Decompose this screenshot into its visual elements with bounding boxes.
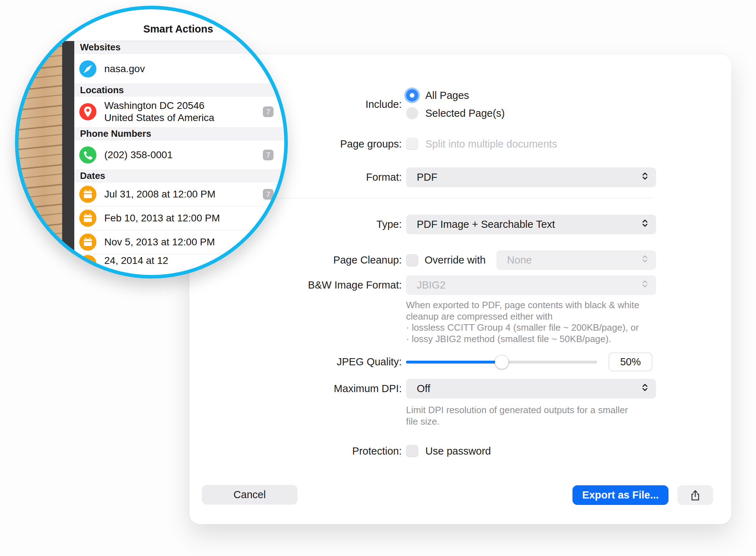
count-badge: 7 [263,106,274,117]
use-password-option[interactable]: Use password [406,445,656,457]
chevron-up-down-icon [640,171,650,183]
calendar-icon [79,255,96,272]
jpeg-quality-label: JPEG Quality: [200,356,402,368]
chevron-up-down-icon [640,279,650,291]
split-documents-label: Split into multiple documents [425,138,557,150]
bw-image-format-value: JBIG2 [417,279,640,291]
format-value: PDF [417,171,640,183]
date-text-partial: 24, 2014 at 12 [104,255,168,266]
section-header-locations: Locations [74,84,288,96]
map-pin-icon [79,103,96,120]
bw-help-line: · lossy JBIG2 method (smallest file ~ 50… [406,334,656,345]
window-edge-bar [62,41,74,279]
type-select[interactable]: PDF Image + Searchable Text [406,215,656,234]
use-password-checkbox[interactable] [406,445,418,457]
calendar-icon [79,210,96,227]
safari-icon [79,60,96,77]
split-documents-checkbox [406,138,418,150]
bw-help-line: cleanup are compressed either with [406,311,656,322]
smart-actions-title: Smart Actions [15,6,288,41]
section-header-dates: Dates [74,170,288,182]
protection-label: Protection: [200,445,402,457]
section-header-websites: Websites [74,41,288,54]
export-as-file-button[interactable]: Export as File... [572,485,669,505]
date-text: Nov 5, 2013 at 12:00 PM [104,236,215,248]
format-select[interactable]: PDF [406,167,656,187]
cancel-button[interactable]: Cancel [202,485,297,505]
count-badge: 7 [263,189,274,200]
list-item-date[interactable]: Feb 10, 2013 at 12:00 PM [74,206,288,230]
cleanup-mode-value: None [507,254,640,266]
bw-help-line: · lossless CCITT Group 4 (smaller file ~… [406,322,656,334]
page-cleanup-label: Page Cleanup: [200,254,402,266]
include-all-pages-option[interactable]: All Pages [406,89,656,101]
section-header-phone-numbers: Phone Numbers [74,127,288,140]
chevron-up-down-icon [640,219,650,230]
selected-pages-label: Selected Page(s) [425,107,505,119]
list-item-phone[interactable]: (202) 358-0001 7 [74,140,288,170]
location-line1: Washington DC 20546 [104,100,214,112]
date-text: Jul 31, 2008 at 12:00 PM [104,189,215,200]
bw-image-format-select: JBIG2 [406,275,656,295]
jpeg-quality-slider-thumb[interactable] [495,355,509,369]
maximum-dpi-select[interactable]: Off [406,379,656,399]
chevron-up-down-icon [640,254,650,266]
override-with-checkbox[interactable] [406,254,418,266]
selected-pages-radio[interactable] [406,107,418,119]
bw-help-text: When exported to PDF, page contents with… [406,300,656,345]
magnifier-callout: Smart Actions Websites nasa.gov Location… [15,6,288,279]
all-pages-label: All Pages [425,90,469,101]
bw-image-format-label: B&W Image Format: [200,279,402,291]
cleanup-mode-select: None [496,250,656,270]
share-button[interactable] [677,485,713,505]
list-item-location[interactable]: Washington DC 20546 United States of Ame… [74,96,288,127]
jpeg-quality-slider[interactable] [406,355,597,369]
share-icon [689,489,702,502]
override-with-label: Override with [425,254,486,266]
calendar-icon [79,186,96,203]
type-value: PDF Image + Searchable Text [417,219,640,230]
include-selected-pages-option[interactable]: Selected Page(s) [406,107,656,119]
list-item-website[interactable]: nasa.gov [74,54,288,84]
date-text: Feb 10, 2013 at 12:00 PM [104,212,220,224]
location-line2: United States of America [104,112,214,124]
jpeg-quality-value: 50% [609,352,652,371]
jpeg-quality-slider-fill [406,361,502,364]
split-documents-option: Split into multiple documents [406,138,656,150]
calendar-icon [79,234,96,251]
phone-text: (202) 358-0001 [104,149,172,161]
bw-help-line: When exported to PDF, page contents with… [406,300,656,311]
maximum-dpi-label: Maximum DPI: [200,383,402,395]
chevron-up-down-icon [640,383,650,395]
use-password-label: Use password [425,445,491,457]
location-text: Washington DC 20546 United States of Ame… [104,100,214,124]
website-text: nasa.gov [104,63,145,75]
screenshot-canvas: Include: All Pages Selected Page(s) Page… [0,0,756,556]
list-item-date[interactable]: Jul 31, 2008 at 12:00 PM 7 [74,182,288,206]
dpi-help-text: Limit DPI resolution of generated output… [406,405,656,427]
phone-icon [79,146,96,164]
count-badge: 7 [263,150,274,160]
dpi-help-line: Limit DPI resolution of generated output… [406,405,656,416]
desk-wood-background [15,41,62,279]
all-pages-radio[interactable] [406,89,418,101]
maximum-dpi-value: Off [417,383,640,395]
dpi-help-line: file size. [406,416,656,427]
